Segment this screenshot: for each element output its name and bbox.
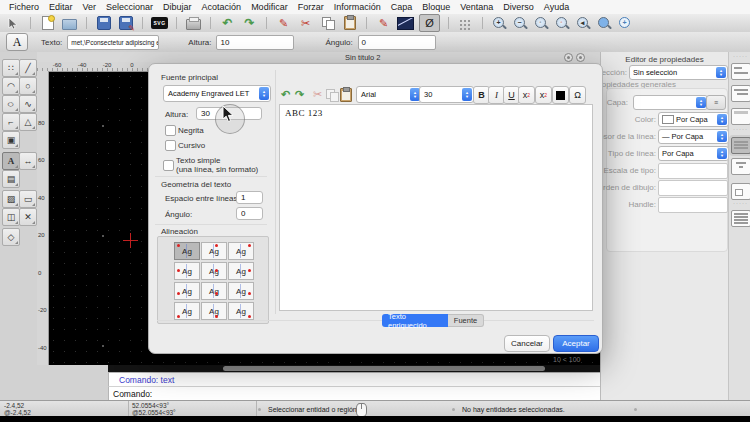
annotate-icon[interactable]: ✎ xyxy=(375,16,392,31)
dock-properties-icon[interactable] xyxy=(731,63,750,80)
editor-copy-icon[interactable] xyxy=(325,87,338,102)
tab-rich-text[interactable]: Texto enriquecido xyxy=(382,314,448,327)
window-zoom-icon[interactable] xyxy=(564,53,573,62)
horizontal-scrollbar[interactable] xyxy=(108,365,612,372)
text-tool-button[interactable]: A xyxy=(6,33,28,51)
menu-forzar[interactable]: Forzar xyxy=(298,2,324,12)
image-tool-icon[interactable]: ▤ xyxy=(2,170,20,188)
print-preview-icon[interactable] xyxy=(185,16,202,31)
svg-export-icon[interactable]: SVG xyxy=(151,16,168,31)
align-base-center-button[interactable]: Ag xyxy=(201,282,227,300)
editor-redo-icon[interactable]: ↷ xyxy=(293,87,306,102)
command-input[interactable] xyxy=(155,388,617,400)
construction-mode-icon[interactable]: Ø xyxy=(419,14,440,32)
layer-combo[interactable]: ▲▼ xyxy=(633,95,708,110)
draworder-input[interactable] xyxy=(658,180,728,196)
selection-cursor-icon[interactable] xyxy=(5,16,22,31)
shape-tool-icon[interactable]: △ xyxy=(19,113,37,131)
new-file-icon[interactable] xyxy=(39,16,56,31)
menu-fichero[interactable]: Fichero xyxy=(9,2,39,12)
color-combo[interactable]: Por Capa▲▼ xyxy=(658,112,729,127)
align-bottom-center-button[interactable]: Ag xyxy=(201,302,227,320)
superscript-button[interactable]: x2 xyxy=(518,86,535,104)
save-as-icon[interactable]: ✎ xyxy=(117,16,134,31)
circle-tool-icon[interactable]: ○ xyxy=(19,77,37,95)
dock-filter-icon[interactable] xyxy=(731,158,750,175)
editor-paste-icon[interactable] xyxy=(339,87,352,102)
align-top-right-button[interactable]: Ag xyxy=(228,242,254,260)
menu-capa[interactable]: Capa xyxy=(391,2,413,12)
angle-input[interactable]: 0 xyxy=(358,35,436,50)
tab-font[interactable]: Fuente xyxy=(448,314,484,327)
line-spacing-input[interactable] xyxy=(236,191,263,204)
hatch-tool-icon[interactable]: ▨ xyxy=(2,190,20,208)
menu-bloque[interactable]: Bloque xyxy=(422,2,450,12)
edit-pencil-icon[interactable]: ✎ xyxy=(275,16,292,31)
menu-seleccionar[interactable]: Seleccionar xyxy=(106,2,153,12)
align-bottom-left-button[interactable]: Ag xyxy=(174,302,200,320)
viewport-tool-icon[interactable]: ▣ xyxy=(2,131,20,149)
arc-tool-icon[interactable]: ◠ xyxy=(2,77,20,95)
paste-icon[interactable] xyxy=(341,16,358,31)
scrollbar-thumb[interactable] xyxy=(223,366,545,371)
italic-checkbox[interactable] xyxy=(165,140,176,151)
copy-entities-tool-icon[interactable]: ◫ xyxy=(2,208,20,226)
slab-tool-icon[interactable]: ▭ xyxy=(19,190,37,208)
line-tool-icon[interactable]: ╱ xyxy=(19,59,37,77)
point-tool-icon[interactable]: ∷ xyxy=(2,59,20,77)
polyline-tool-icon[interactable]: ⌐ xyxy=(2,113,20,131)
align-middle-right-button[interactable]: Ag xyxy=(228,262,254,280)
align-bottom-right-button[interactable]: Ag xyxy=(228,302,254,320)
font-family-combo[interactable]: Academy Engraved LET▲▼ xyxy=(163,85,271,102)
typescale-input[interactable] xyxy=(658,163,728,179)
ellipse-tool-icon[interactable]: ○ xyxy=(2,95,20,113)
spline-tool-icon[interactable]: ∿ xyxy=(19,95,37,113)
dialog-angle-input[interactable] xyxy=(236,207,263,220)
divide-tool-icon[interactable]: ✕ xyxy=(19,208,37,226)
selection-combo[interactable]: Sin selección▲▼ xyxy=(629,65,728,80)
rich-text-editor[interactable]: ABC 123 xyxy=(279,104,593,311)
dock-list-icon[interactable] xyxy=(731,137,750,154)
dock-command-icon[interactable] xyxy=(731,210,750,227)
text-content-input[interactable]: met,\Pconsectetur adipiscing elit xyxy=(67,35,159,50)
align-base-left-button[interactable]: Ag xyxy=(174,282,200,300)
dock-layers-icon[interactable] xyxy=(731,85,750,102)
linetype-combo[interactable]: Por Capa▲▼ xyxy=(658,146,729,161)
align-top-left-button[interactable]: Ag xyxy=(174,242,200,260)
editor-size-combo[interactable]: 30▲▼ xyxy=(419,86,474,103)
menu-informacion[interactable]: Información xyxy=(334,2,381,12)
zoom-window-icon[interactable] xyxy=(596,16,612,30)
bold-checkbox[interactable] xyxy=(165,125,176,136)
dock-blocks-icon[interactable] xyxy=(731,183,750,200)
align-top-center-button[interactable]: Ag xyxy=(201,242,227,260)
cut-icon[interactable]: ✂ xyxy=(297,16,314,31)
menu-acotacion[interactable]: Acotación xyxy=(202,2,242,12)
menu-ventana[interactable]: Ventana xyxy=(460,2,493,12)
lineweight-combo[interactable]: — Por Capa▲▼ xyxy=(658,129,729,144)
cancel-button[interactable]: Cancelar xyxy=(504,335,550,352)
polyline-mode-icon[interactable] xyxy=(397,16,414,31)
accept-button[interactable]: Aceptar xyxy=(553,335,599,352)
undo-icon[interactable]: ↶ xyxy=(219,16,236,31)
menu-dibujar[interactable]: Dibujar xyxy=(163,2,192,12)
special-character-button[interactable]: Ω xyxy=(569,86,586,104)
zoom-out-icon[interactable]: − xyxy=(512,16,528,30)
text-tool-icon[interactable]: A xyxy=(2,152,20,170)
editor-font-combo[interactable]: Arial▲▼ xyxy=(356,86,422,103)
redo-icon[interactable]: ↷ xyxy=(241,16,258,31)
layer-list-button[interactable]: ≡ xyxy=(706,95,726,110)
height-input[interactable]: 10 xyxy=(216,35,294,50)
editor-cut-icon[interactable]: ✂ xyxy=(311,87,324,102)
text-color-button[interactable] xyxy=(552,86,569,104)
menu-modificar[interactable]: Modificar xyxy=(251,2,288,12)
zoom-selection-icon[interactable]: ▫ xyxy=(554,16,570,30)
align-base-right-button[interactable]: Ag xyxy=(228,282,254,300)
save-icon[interactable] xyxy=(95,16,112,31)
editor-undo-icon[interactable]: ↶ xyxy=(279,87,292,102)
align-middle-left-button[interactable]: Ag xyxy=(174,262,200,280)
menu-diverso[interactable]: Diverso xyxy=(503,2,534,12)
align-middle-center-button[interactable]: Ag xyxy=(201,262,227,280)
menu-ver[interactable]: Ver xyxy=(83,2,97,12)
handle-input[interactable] xyxy=(658,197,728,213)
solid-tool-icon[interactable]: ◇ xyxy=(2,228,20,246)
